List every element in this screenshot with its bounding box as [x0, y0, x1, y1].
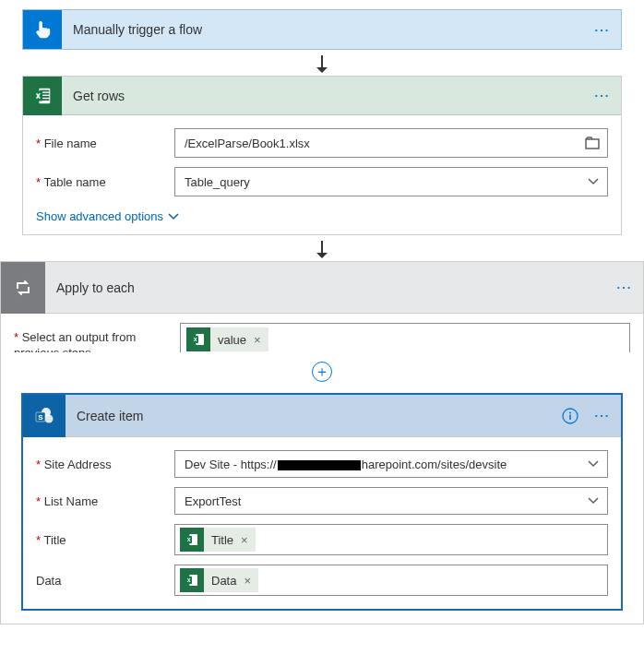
get-rows-menu-button[interactable]: ··· [584, 89, 621, 102]
table-name-select[interactable]: Table_query [174, 167, 608, 196]
sharepoint-icon: S [23, 395, 66, 437]
touch-icon [23, 10, 62, 49]
select-output-input[interactable]: value × [180, 323, 630, 352]
chevron-down-icon [587, 177, 600, 186]
trigger-title: Manually trigger a flow [62, 22, 584, 37]
trigger-menu-button[interactable]: ··· [584, 23, 621, 37]
svg-rect-15 [569, 414, 571, 420]
svg-point-14 [569, 411, 571, 413]
chevron-down-icon [587, 459, 600, 469]
flow-arrow [0, 50, 644, 76]
apply-to-each-menu-button[interactable]: ··· [606, 280, 643, 294]
list-name-label: List Name [36, 494, 174, 508]
excel-icon [180, 568, 204, 592]
data-field-input[interactable]: Data × [174, 565, 608, 596]
show-advanced-link[interactable]: Show advanced options [36, 206, 180, 225]
svg-point-10 [45, 414, 54, 422]
create-item-menu-button[interactable]: ··· [584, 409, 621, 422]
table-name-label: Table name [36, 175, 174, 189]
file-name-input[interactable]: /ExcelParse/Book1.xlsx [174, 128, 608, 158]
get-rows-card: Get rows ··· File name /ExcelParse/Book1… [22, 76, 622, 235]
info-icon[interactable] [556, 408, 584, 424]
value-token[interactable]: value × [186, 327, 268, 351]
list-name-select[interactable]: ExportTest [174, 487, 608, 515]
loop-icon [1, 262, 45, 314]
flow-arrow [0, 235, 644, 261]
get-rows-title: Get rows [62, 89, 584, 103]
site-address-label: Site Address [36, 458, 174, 471]
add-action-button[interactable]: ＋ [312, 362, 332, 382]
token-remove-icon[interactable]: × [252, 333, 268, 347]
apply-to-each-title: Apply to each [45, 280, 606, 295]
file-name-value: /ExcelParse/Book1.xlsx [185, 137, 310, 150]
redacted-text [278, 460, 361, 470]
create-item-header[interactable]: S Create item ··· [23, 395, 621, 437]
chevron-down-icon [587, 496, 600, 505]
token-remove-icon[interactable]: × [242, 574, 258, 588]
svg-rect-6 [586, 139, 599, 149]
title-token[interactable]: Title × [180, 528, 256, 552]
site-address-value: Dev Site - https://harepoint.com/sites/d… [185, 458, 507, 471]
data-field-label: Data [36, 574, 174, 588]
excel-icon [23, 77, 62, 115]
data-token[interactable]: Data × [180, 568, 258, 592]
create-item-title: Create item [66, 409, 556, 423]
excel-icon [180, 528, 204, 552]
trigger-card[interactable]: Manually trigger a flow ··· [22, 9, 622, 50]
title-field-input[interactable]: Title × [174, 524, 608, 555]
title-field-label: Title [36, 533, 174, 547]
trigger-header: Manually trigger a flow ··· [23, 10, 621, 49]
file-name-label: File name [36, 137, 174, 150]
apply-to-each-header[interactable]: Apply to each ··· [1, 262, 643, 314]
get-rows-header[interactable]: Get rows ··· [23, 77, 621, 115]
table-name-value: Table_query [185, 175, 250, 189]
svg-text:S: S [38, 413, 43, 422]
list-name-value: ExportTest [185, 494, 241, 508]
token-remove-icon[interactable]: × [239, 533, 256, 547]
folder-picker-icon[interactable] [585, 137, 600, 149]
apply-to-each-card: Apply to each ··· Select an output from … [0, 261, 644, 624]
create-item-card: S Create item ··· Site Address Dev Site … [21, 393, 623, 611]
excel-icon [186, 327, 210, 351]
get-rows-body: File name /ExcelParse/Book1.xlsx Table n… [23, 115, 621, 234]
token-label: value [218, 333, 252, 347]
select-output-label: Select an output from previous steps [14, 323, 180, 352]
site-address-select[interactable]: Dev Site - https://harepoint.com/sites/d… [174, 450, 608, 478]
